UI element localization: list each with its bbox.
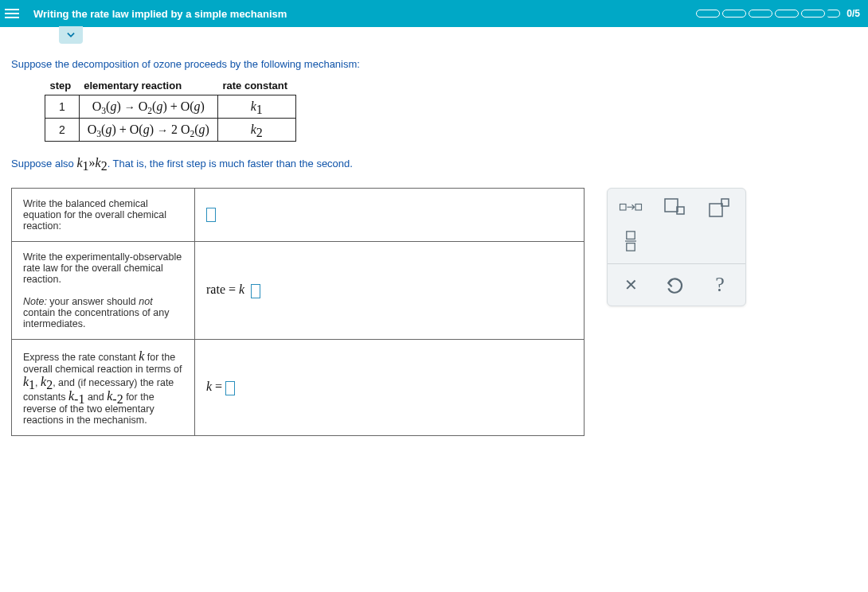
table-row: Write the balanced chemical equation for… [12,189,585,242]
rate-const-2: k2 [217,119,295,142]
yields-button[interactable] [617,197,644,219]
undo-button[interactable] [662,274,689,296]
q2-answer-cell[interactable]: rate = k [195,242,585,340]
page-title: Writing the rate law implied by a simple… [33,8,696,20]
answer-input[interactable] [206,208,216,222]
top-bar: Writing the rate law implied by a simple… [0,0,868,27]
answer-input[interactable] [225,381,235,395]
col-reaction: elementary reaction [79,78,217,95]
expand-chevron[interactable] [59,26,83,44]
svg-rect-0 [620,204,627,211]
score-label: 0/5 [846,8,860,19]
reaction-2: O3(g) + O(g)→2 O2(g) [79,119,217,142]
svg-rect-2 [635,204,642,211]
col-rate: rate constant [217,78,295,95]
svg-rect-9 [627,243,635,251]
col-step: step [45,78,80,95]
progress-indicator: 0/5 [696,8,860,19]
table-row: Express the rate constant k for the over… [12,340,585,436]
menu-icon[interactable] [5,5,22,22]
subscript-button[interactable] [662,197,689,219]
q3-prompt: Express the rate constant k for the over… [12,340,195,436]
rate-const-1: k1 [217,95,295,119]
table-row: Write the experimentally-observable rate… [12,242,585,340]
q3-answer-cell[interactable]: k = [195,340,585,436]
intro-text: Suppose the decomposition of ozone proce… [11,58,857,70]
tool-palette: ✕ ? [607,188,746,306]
suppose-text: Suppose also k1»k2. That is, the first s… [11,156,857,170]
q2-prompt: Write the experimentally-observable rate… [12,242,195,340]
q1-prompt: Write the balanced chemical equation for… [12,189,195,242]
fraction-button[interactable] [617,230,644,252]
svg-rect-7 [627,232,635,240]
svg-rect-5 [710,204,722,216]
table-row: 2 O3(g) + O(g)→2 O2(g) k2 [45,119,296,142]
reaction-1: O3(g)→O2(g) + O(g) [79,95,217,119]
question-table: Write the balanced chemical equation for… [11,188,585,436]
mechanism-table: step elementary reaction rate constant 1… [45,78,296,142]
q1-answer-cell[interactable] [195,189,585,242]
chevron-down-icon [65,29,76,41]
answer-input[interactable] [251,284,260,298]
clear-button[interactable]: ✕ [617,274,644,296]
help-button[interactable]: ? [706,274,733,296]
table-row: 1 O3(g)→O2(g) + O(g) k1 [45,95,296,119]
superscript-button[interactable] [706,197,733,219]
svg-rect-3 [665,199,678,212]
